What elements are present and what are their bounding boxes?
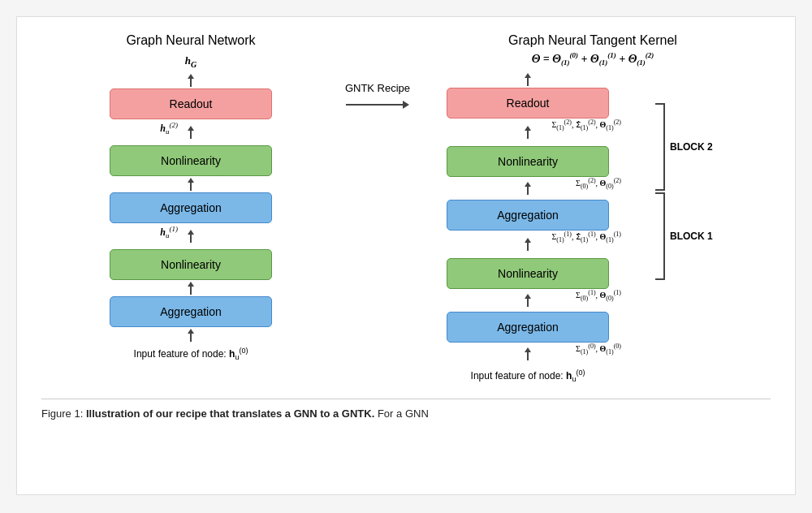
arrow-line-r-input xyxy=(527,352,529,360)
main-container: Graph Neural Network hG Readout xyxy=(16,16,796,495)
gnn-stack: hG Readout hu(2) xyxy=(102,54,280,361)
h-arrow-line xyxy=(346,104,403,106)
sigma-label-agg2: Σ(0)(2), Θ(0)(2) xyxy=(576,177,621,190)
gntk-recipe-label: GNTK Recipe xyxy=(345,82,410,94)
right-nonlinearity1-box: Nonlinearity xyxy=(447,258,609,289)
right-nonlinearity2-box: Nonlinearity xyxy=(447,146,609,177)
left-nonlinearity2-box: Nonlinearity xyxy=(110,145,272,176)
hg-label: hG xyxy=(185,54,197,69)
block2-label: BLOCK 2 xyxy=(670,141,713,153)
figure-caption: Figure 1: Illustration of our recipe tha… xyxy=(41,399,771,422)
diagram-left: Graph Neural Network hG Readout xyxy=(65,33,317,361)
hu2-label: hu(2) xyxy=(160,121,178,136)
arrow-line-hu1 xyxy=(190,235,192,243)
arrow-to-readout-right xyxy=(525,71,531,88)
arrow-agg1-input xyxy=(188,327,194,343)
arrow-line-readout xyxy=(190,79,192,87)
caption-rest: For a GNN xyxy=(374,407,428,420)
arrow-line-hu2 xyxy=(190,131,192,139)
arrow-line-r-n2 xyxy=(527,131,529,139)
arrow-line-r-n1 xyxy=(527,243,529,251)
diagram-right: Graph Neural Tangent Kernel Θ = Θ(1)(0) … xyxy=(438,33,747,384)
gntk-arrow-group: GNTK Recipe xyxy=(345,82,410,109)
block1-label: BLOCK 1 xyxy=(670,231,713,242)
right-readout-box: Readout xyxy=(447,88,609,119)
arrow-line-readout-right xyxy=(527,78,529,86)
arrow-nonlin2-agg2 xyxy=(188,176,194,192)
arrow-to-readout xyxy=(188,72,194,88)
sigma-label-mid: Σ(1)(1), Σ̇(1)(1), Θ(1)(1) xyxy=(551,231,621,244)
arrow-line-n1a1 xyxy=(190,287,192,295)
left-aggregation2-box: Aggregation xyxy=(110,192,272,223)
h-arrow-tip xyxy=(403,101,409,109)
sigma-label-bottom: Σ(1)(0), Θ(1)(0) xyxy=(576,343,621,356)
horizontal-arrow xyxy=(346,101,409,109)
right-input-label: Input feature of node: hu(0) xyxy=(471,369,585,383)
left-aggregation1-box: Aggregation xyxy=(110,296,272,327)
caption-bold: Illustration of our recipe that translat… xyxy=(86,407,374,420)
left-nonlinearity1-box: Nonlinearity xyxy=(110,249,272,280)
sigma-label-agg1: Σ(0)(1), Θ(0)(1) xyxy=(576,289,621,302)
arrow-line-r-a2 xyxy=(527,187,529,195)
caption-prefix: Figure 1: xyxy=(41,407,86,420)
right-aggregation1-box: Aggregation xyxy=(447,312,609,343)
arrow-line-n2a2 xyxy=(190,183,192,191)
sigma-label-top: Σ(1)(2), Σ̇(1)(2), Θ(1)(2) xyxy=(551,119,621,131)
diagrams-row: Graph Neural Network hG Readout xyxy=(41,33,771,384)
left-input-label: Input feature of node: hu(0) xyxy=(134,347,248,361)
right-title: Graph Neural Tangent Kernel xyxy=(508,33,677,48)
arrow-nonlin1-agg1 xyxy=(188,280,194,296)
arrow-line-r-a1 xyxy=(527,299,529,307)
left-readout-box: Readout xyxy=(110,88,272,119)
hu1-label: hu(1) xyxy=(160,225,178,239)
middle-section: GNTK Recipe xyxy=(325,82,430,109)
theta-formula: Θ = Θ(1)(0) + Θ(1)(1) + Θ(1)(2) xyxy=(532,51,654,67)
left-title: Graph Neural Network xyxy=(126,33,255,48)
arrow-line-input-left xyxy=(190,334,192,342)
right-aggregation2-box: Aggregation xyxy=(447,200,609,231)
